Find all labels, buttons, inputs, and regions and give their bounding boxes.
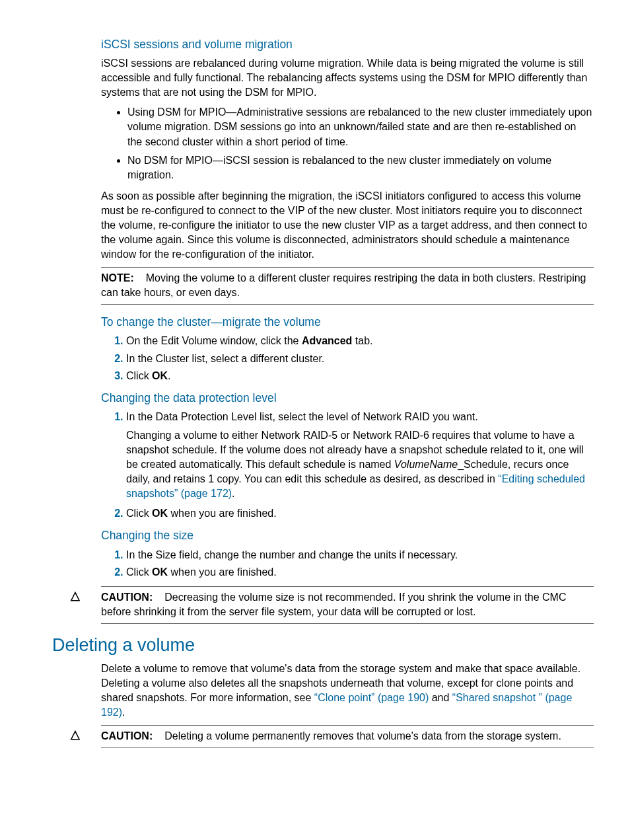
main-content: iSCSI sessions and volume migration iSCS… (101, 36, 594, 624)
list-item: No DSM for MPIO—iSCSI session is rebalan… (127, 153, 594, 182)
caution-icon: △ (71, 588, 80, 604)
list-item: In the Data Protection Level list, selec… (126, 410, 594, 501)
paragraph: iSCSI sessions are rebalanced during vol… (101, 56, 594, 100)
caution-block: △ CAUTION:Deleting a volume permanently … (101, 725, 594, 748)
list-item: On the Edit Volume window, click the Adv… (126, 334, 594, 348)
caution-text: Decreasing the volume size is not recomm… (101, 592, 567, 617)
ordered-list: In the Data Protection Level list, selec… (101, 410, 594, 521)
list-item: In the Size field, change the number and… (126, 548, 594, 562)
list-item: Click OK when you are finished. (126, 565, 594, 580)
caution-text: Deleting a volume permanently removes th… (164, 730, 561, 742)
link-clone-point[interactable]: “Clone point” (page 190) (314, 692, 429, 703)
ordered-list: In the Size field, change the number and… (101, 548, 594, 580)
paragraph: Delete a volume to remove that volume's … (101, 662, 594, 720)
heading-deleting-volume: Deleting a volume (52, 633, 594, 658)
heading-data-protection: Changing the data protection level (101, 390, 594, 406)
caution-box: CAUTION:Deleting a volume permanently re… (101, 725, 594, 748)
caution-box: CAUTION:Decreasing the volume size is no… (101, 586, 594, 624)
caution-icon: △ (71, 726, 80, 743)
note-text: Moving the volume to a different cluster… (101, 272, 586, 298)
caution-label: CAUTION: (101, 730, 153, 742)
paragraph: As soon as possible after beginning the … (101, 189, 594, 262)
heading-iscsi-sessions: iSCSI sessions and volume migration (101, 36, 594, 52)
list-item: Click OK. (126, 369, 594, 383)
list-item: Click OK when you are finished. (126, 506, 594, 521)
ordered-list: On the Edit Volume window, click the Adv… (101, 334, 594, 383)
list-item: Using DSM for MPIO—Administrative sessio… (127, 105, 594, 149)
list-item-body: Changing a volume to either Network RAID… (126, 428, 594, 501)
note-box: NOTE:Moving the volume to a different cl… (101, 267, 594, 305)
note-label: NOTE: (101, 272, 134, 284)
list-item: In the Cluster list, select a different … (126, 352, 594, 366)
caution-block: △ CAUTION:Decreasing the volume size is … (101, 586, 594, 624)
main-content: Delete a volume to remove that volume's … (101, 662, 594, 748)
bullet-list: Using DSM for MPIO—Administrative sessio… (101, 105, 594, 182)
heading-change-cluster: To change the cluster—migrate the volume (101, 314, 594, 330)
heading-changing-size: Changing the size (101, 527, 594, 543)
caution-label: CAUTION: (101, 592, 153, 603)
